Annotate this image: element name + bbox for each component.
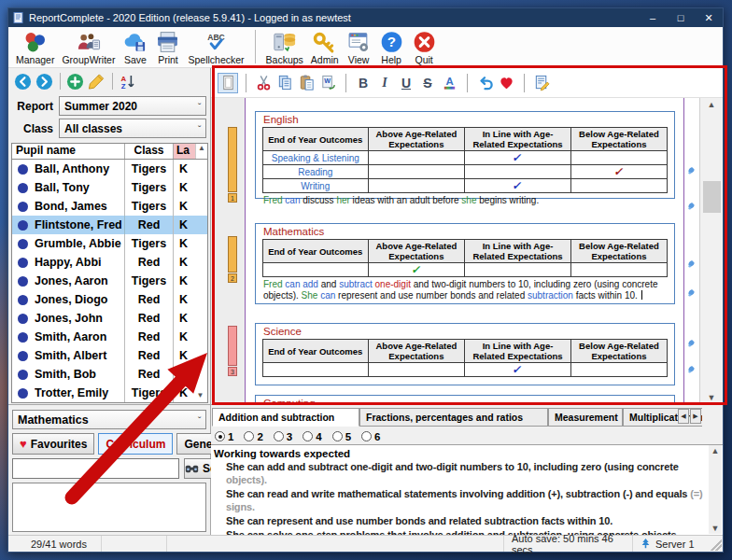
cut-button[interactable]	[253, 73, 274, 93]
sentence-handle-icon[interactable]	[687, 255, 696, 263]
title-bar[interactable]: ReportComplete - 2020 Edition (release 5…	[8, 8, 723, 27]
view-button[interactable]: View	[343, 28, 375, 67]
outcome-cell[interactable]	[570, 151, 667, 165]
doc-scrollbar-thumb[interactable]	[703, 181, 721, 213]
outcome-cell[interactable]	[570, 363, 667, 377]
paragraph-marker-tag[interactable]: 1	[228, 193, 237, 203]
favourites-button[interactable]: ♥ Favourites	[12, 433, 94, 455]
paragraph-marker-bar[interactable]	[228, 236, 237, 273]
resize-grip[interactable]	[711, 539, 722, 551]
level-radio-4[interactable]: 4	[303, 431, 321, 442]
outcome-cell[interactable]: ✓	[465, 363, 571, 377]
document-scrollbar[interactable]: ▲ ▼	[699, 98, 723, 404]
statements-scroll-up-icon[interactable]: ▲	[709, 446, 722, 455]
paragraph-marker-tag[interactable]: 3	[228, 367, 237, 376]
pupil-row[interactable]: Grumble, AbbieTigersK	[12, 234, 207, 253]
outcome-cell[interactable]	[465, 263, 571, 277]
underline-button[interactable]: U	[396, 73, 416, 93]
spellchecker-button[interactable]: ABCSpellchecker	[184, 28, 247, 67]
quit-button[interactable]: Quit	[408, 28, 441, 67]
outcome-cell[interactable]: ✓	[465, 179, 571, 193]
sentence-handle-icon[interactable]	[687, 161, 696, 170]
report-select[interactable]: Summer 2020 ˇ	[59, 96, 206, 116]
outcome-cell[interactable]	[465, 165, 571, 179]
outcome-cell[interactable]	[368, 179, 465, 193]
statement-results-list[interactable]	[12, 483, 206, 532]
search-input[interactable]	[12, 458, 179, 479]
print-button[interactable]: Print	[151, 28, 184, 67]
pupil-row[interactable]: Smith, AlbertRedK	[12, 346, 207, 365]
pupil-row[interactable]: Happy, AbbiRedK	[12, 253, 207, 272]
sentence-handle-icon[interactable]	[687, 334, 696, 343]
tab-addition-and-subtraction[interactable]: Addition and subtraction	[212, 408, 359, 427]
paste-word-button[interactable]: W	[317, 73, 338, 93]
report-section-english[interactable]: EnglishEnd of Year OutcomesAbove Age-Rel…	[255, 111, 675, 199]
outcome-cell[interactable]	[368, 165, 465, 179]
pupil-row[interactable]: Bond, JamesTigersK	[12, 197, 207, 216]
subject-select[interactable]: Mathematics ˇ	[12, 410, 206, 429]
pupil-row[interactable]: Ball, AnthonyTigersK	[12, 160, 207, 178]
curriculum-button[interactable]: Curriculum	[98, 433, 173, 455]
forward-button[interactable]	[35, 73, 53, 91]
document-area[interactable]: 123 EnglishEnd of Year OutcomesAbove Age…	[211, 98, 723, 404]
tabs-scroll-left-icon[interactable]: ◀	[678, 409, 689, 424]
paragraph-marker-tag[interactable]: 2	[228, 273, 237, 283]
tab-measurement[interactable]: Measurement	[548, 408, 623, 427]
pupil-row[interactable]: Jones, AaronTigersK	[12, 272, 207, 290]
compose-button[interactable]	[531, 73, 552, 93]
report-sentence[interactable]: Fred can discuss her ideas with an adult…	[262, 193, 668, 207]
doc-scroll-down-icon[interactable]: ▼	[700, 393, 723, 402]
pupil-row[interactable]: Jones, DiogoRedK	[12, 290, 207, 309]
copy-button[interactable]	[274, 73, 295, 93]
outcome-cell[interactable]: ✓	[570, 165, 667, 179]
pupil-row[interactable]: Jones, JohnRedK	[12, 309, 207, 328]
doc-scroll-up-icon[interactable]: ▲	[700, 100, 723, 109]
italic-button[interactable]: I	[374, 73, 395, 93]
statement-item[interactable]: She can add and subtract one-digit and t…	[214, 460, 706, 486]
level-radio-1[interactable]: 1	[215, 431, 233, 442]
maximize-button[interactable]: □	[667, 8, 695, 27]
statement-item[interactable]: She can represent and use number bonds a…	[214, 514, 706, 527]
outcome-cell[interactable]	[368, 363, 465, 377]
statement-item[interactable]: She can read and write mathematical stat…	[214, 487, 706, 513]
page-setup-button[interactable]	[218, 73, 238, 93]
paragraph-marker-bar[interactable]	[228, 326, 237, 366]
manager-button[interactable]: Manager	[12, 28, 58, 67]
admin-button[interactable]: Admin	[307, 28, 343, 67]
strikethrough-button[interactable]: S	[417, 73, 438, 93]
help-button[interactable]: ?Help	[375, 28, 408, 67]
level-radio-6[interactable]: 6	[361, 431, 380, 442]
sort-az-button[interactable]: AZ	[119, 73, 136, 91]
outcome-cell[interactable]	[368, 151, 465, 165]
report-section-computing[interactable]: Computing	[255, 395, 675, 404]
backups-button[interactable]: Backups	[262, 28, 307, 67]
report-sentence[interactable]: Fred can add and subtract one-digit and …	[262, 277, 668, 302]
pupil-scroll-down-icon[interactable]: ▼	[194, 389, 206, 401]
statements-scroll-down-icon[interactable]: ▼	[709, 524, 722, 533]
undo-button[interactable]	[474, 73, 495, 93]
close-button[interactable]: ✕	[695, 8, 723, 27]
outcome-cell[interactable]: ✓	[465, 151, 571, 165]
save-button[interactable]: Save	[119, 28, 151, 67]
report-section-science[interactable]: ScienceEnd of Year OutcomesAbove Age-Rel…	[255, 323, 675, 385]
report-page[interactable]: EnglishEnd of Year OutcomesAbove Age-Rel…	[246, 98, 683, 404]
paragraph-marker-bar[interactable]	[228, 127, 237, 192]
pupil-row[interactable]: Ball, TonyTigersK	[12, 178, 207, 197]
class-select[interactable]: All classes ˇ	[59, 119, 206, 138]
pupil-row[interactable]: Smith, AaronRedK	[12, 328, 207, 346]
statements-scrollbar[interactable]: ▲ ▼	[709, 445, 722, 534]
pupil-row[interactable]: Flintstone, FredRedK	[12, 216, 207, 234]
column-header-la[interactable]: La	[173, 144, 195, 159]
outcome-cell[interactable]	[570, 263, 667, 277]
sentence-handle-icon[interactable]	[687, 197, 696, 205]
paste-button[interactable]	[296, 73, 317, 93]
groupwriter-button[interactable]: GroupWriter	[58, 28, 119, 67]
font-color-button[interactable]: A	[439, 73, 459, 93]
level-radio-2[interactable]: 2	[244, 431, 262, 442]
favourite-button[interactable]	[496, 73, 516, 93]
pupil-scroll-up-icon[interactable]: ▲	[195, 144, 207, 159]
edit-button[interactable]	[88, 73, 106, 91]
outcome-cell[interactable]	[570, 179, 667, 193]
tabs-scroll-right-icon[interactable]: ▶	[690, 409, 701, 424]
bold-button[interactable]: B	[353, 73, 373, 93]
